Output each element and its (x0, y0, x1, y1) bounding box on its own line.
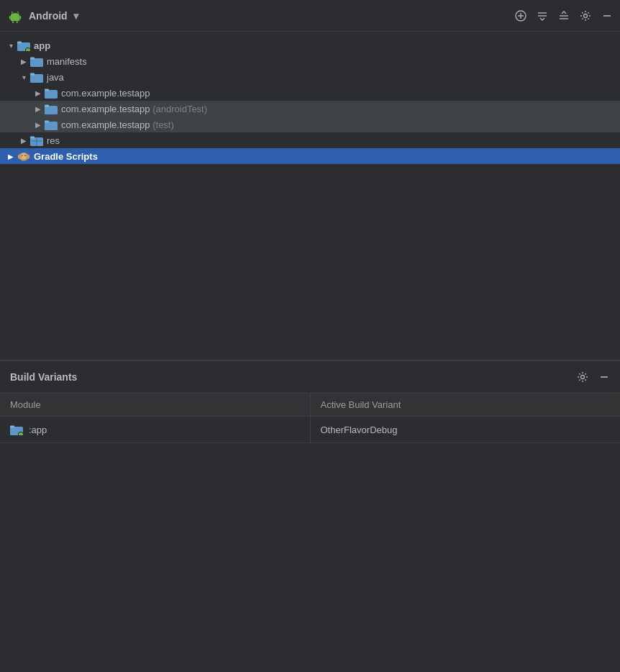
tree-item-manifests-label: manifests (47, 56, 87, 67)
variant-value: OtherFlavorDebug (321, 424, 398, 435)
module-cell: :app (0, 417, 310, 443)
tree-item-pkg3-label: com.example.testapp (test) (61, 119, 174, 130)
tree-item-gradle[interactable]: ▶ Gradle Scripts (0, 148, 620, 164)
folder-pkg3-icon (45, 119, 58, 130)
svg-rect-45 (10, 426, 14, 428)
expand-arrow: ▶ (17, 137, 30, 145)
collapse-all-icon[interactable] (537, 10, 548, 22)
column-active-build: Active Build Variant (310, 394, 620, 417)
panel-header: Android ▾ (0, 0, 620, 32)
svg-line-6 (12, 12, 13, 13)
build-variants-actions (577, 371, 610, 383)
tree-item-res[interactable]: ▶ res (0, 132, 620, 148)
expand-arrow: ▶ (32, 121, 45, 129)
plus-icon[interactable] (515, 10, 526, 22)
svg-rect-29 (45, 104, 49, 106)
svg-point-38 (22, 155, 23, 156)
folder-blue-icon (30, 55, 43, 67)
tree-item-pkg2[interactable]: ▶ com.example.testapp (androidTest) (0, 101, 620, 117)
tree-item-app[interactable]: ▾ app (0, 37, 620, 53)
svg-rect-4 (12, 21, 14, 23)
module-folder-icon (10, 424, 23, 435)
svg-rect-5 (17, 21, 18, 23)
tree-item-java-label: java (47, 72, 64, 83)
svg-rect-23 (30, 57, 35, 59)
gradle-icon (17, 150, 30, 162)
panel-title: Android (29, 10, 68, 22)
svg-point-42 (581, 376, 585, 379)
folder-java-icon (30, 71, 43, 83)
svg-rect-28 (45, 106, 58, 114)
svg-rect-26 (45, 90, 58, 99)
build-variants-panel: Build Variants Module Active Build Varia… (0, 360, 620, 443)
panel-dropdown-arrow[interactable]: ▾ (73, 10, 78, 22)
table-row: :app OtherFlavorDebug (0, 417, 620, 443)
minimize-icon[interactable] (601, 10, 613, 22)
folder-res-icon (30, 135, 43, 146)
tree-item-pkg1-label: com.example.testapp (61, 88, 150, 99)
tree-item-pkg1[interactable]: ▶ com.example.testapp (0, 85, 620, 101)
svg-line-7 (17, 12, 19, 13)
tree-item-pkg3[interactable]: ▶ com.example.testapp (test) (0, 117, 620, 132)
expand-arrow: ▶ (32, 89, 45, 97)
header-actions (515, 10, 613, 22)
svg-point-40 (18, 155, 22, 160)
svg-rect-25 (30, 73, 35, 75)
build-variants-settings-icon[interactable] (577, 371, 588, 383)
tree-item-res-label: res (47, 135, 60, 146)
folder-module-icon (17, 40, 30, 51)
svg-rect-19 (17, 41, 22, 43)
tree-item-gradle-label: Gradle Scripts (34, 151, 98, 162)
build-variants-header: Build Variants (0, 360, 620, 394)
tree-item-manifests[interactable]: ▶ manifests (0, 53, 620, 69)
expand-arrow: ▶ (32, 105, 45, 113)
tree-item-pkg2-label: com.example.testapp (androidTest) (61, 104, 207, 114)
expand-arrow: ▾ (17, 73, 30, 81)
expand-arrow: ▾ (4, 42, 17, 50)
table-header-row: Module Active Build Variant (0, 394, 620, 417)
tree-item-app-label: app (34, 40, 50, 51)
build-variants-minimize-icon[interactable] (598, 371, 610, 383)
svg-rect-33 (30, 136, 35, 138)
build-variants-title: Build Variants (10, 371, 77, 383)
svg-point-39 (25, 155, 27, 156)
build-variants-table: Module Active Build Variant (0, 394, 620, 443)
folder-pkg2-icon (45, 103, 58, 114)
tree-item-java[interactable]: ▾ java (0, 69, 620, 85)
svg-rect-22 (30, 58, 43, 67)
svg-point-15 (584, 14, 588, 17)
settings-icon[interactable] (580, 10, 591, 22)
folder-pkg-icon (45, 87, 58, 99)
svg-rect-3 (19, 16, 21, 19)
svg-rect-30 (45, 122, 58, 130)
module-name: :app (29, 424, 47, 435)
svg-rect-2 (9, 16, 11, 19)
android-icon (7, 8, 23, 24)
svg-rect-31 (45, 120, 49, 122)
panel-title-area: Android ▾ (7, 8, 78, 24)
svg-rect-24 (30, 74, 43, 83)
svg-point-41 (26, 155, 29, 160)
expand-arrow: ▶ (17, 58, 30, 65)
expand-all-icon[interactable] (558, 10, 570, 22)
project-panel: Android ▾ (0, 0, 620, 360)
svg-rect-27 (45, 88, 49, 91)
variant-cell[interactable]: OtherFlavorDebug (310, 417, 620, 443)
column-module: Module (0, 394, 310, 417)
expand-arrow: ▶ (4, 153, 17, 160)
file-tree: ▾ app ▶ manife (0, 32, 620, 360)
